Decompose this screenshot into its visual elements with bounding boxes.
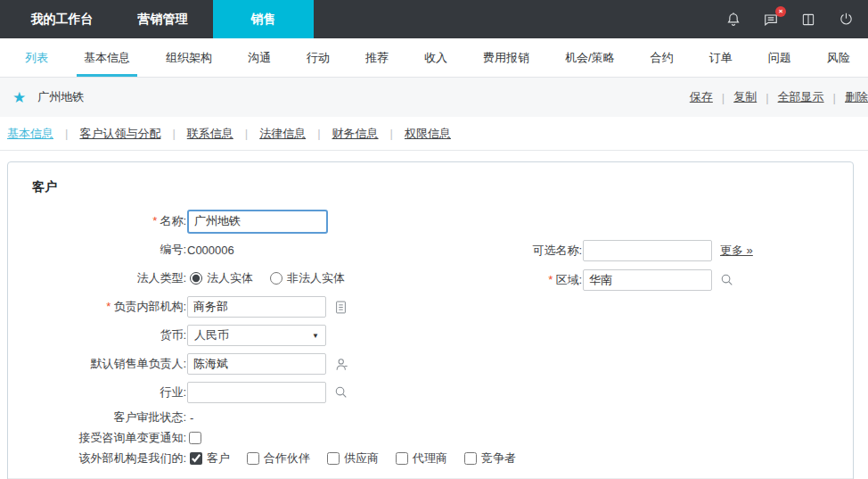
chevron-down-icon: ▼ (312, 332, 319, 340)
search-icon[interactable] (720, 273, 734, 287)
role-competitor-checkbox[interactable] (464, 452, 477, 465)
field-row-region: *区域: (500, 265, 753, 294)
show-all-button[interactable]: 全部显示 (778, 89, 824, 105)
role-customer-checkbox[interactable] (190, 452, 202, 465)
tab-org-structure[interactable]: 组织架构 (148, 38, 230, 77)
field-row-responsible-org: *负责内部机构: (8, 293, 853, 321)
more-link[interactable]: 更多 » (720, 243, 753, 259)
seclink-legal-info[interactable]: 法律信息 (259, 126, 306, 142)
required-marker: * (548, 273, 553, 286)
role-partner-option[interactable]: 合作伙伴 (246, 450, 310, 467)
legal-type-label: 法人类型: (8, 270, 186, 286)
customer-form: *名称: 编号: C000006 法人类型: 法人实体 非法人实体 *负责内部机… (8, 207, 853, 479)
topbar-tab-sales[interactable]: 销售 (213, 0, 314, 38)
non-legal-entity-radio[interactable] (270, 272, 283, 285)
role-customer-option[interactable]: 客户 (189, 450, 230, 467)
seclink-finance-info[interactable]: 财务信息 (332, 126, 379, 142)
change-notice-checkbox[interactable] (189, 432, 201, 444)
tab-opportunity[interactable]: 机会/策略 (547, 38, 633, 77)
currency-label: 货币: (8, 327, 186, 343)
tab-risk[interactable]: 风险 (809, 38, 868, 77)
tab-basic-info[interactable]: 基本信息 (66, 38, 148, 77)
power-icon[interactable] (836, 10, 856, 29)
bell-icon[interactable] (724, 10, 743, 29)
industry-input[interactable] (187, 382, 326, 403)
alt-name-label: 可选名称: (500, 243, 582, 259)
non-legal-entity-option[interactable]: 非法人实体 (269, 270, 345, 286)
sales-owner-label: 默认销售单负责人: (8, 356, 186, 372)
seclink-claim-assign[interactable]: 客户认领与分配 (79, 126, 160, 142)
sales-owner-input[interactable] (187, 353, 326, 375)
role-supplier-option[interactable]: 供应商 (326, 450, 379, 467)
record-actions: 保存 | 复制 | 全部显示 | 删除 (690, 89, 868, 105)
responsible-org-label: 负责内部机构: (113, 300, 186, 313)
field-row-name: *名称: (8, 207, 853, 235)
role-agent-checkbox[interactable] (396, 452, 408, 465)
seclink-contact-info[interactable]: 联系信息 (187, 126, 233, 142)
legal-entity-option[interactable]: 法人实体 (189, 270, 253, 286)
field-row-sales-owner: 默认销售单负责人: (8, 350, 853, 378)
role-agent-option[interactable]: 代理商 (395, 450, 447, 467)
code-label: 编号: (8, 242, 186, 258)
field-row-change-notice: 接受咨询单变更通知: (8, 428, 853, 447)
delete-button[interactable]: 删除 (845, 89, 868, 105)
copy-button[interactable]: 复制 (733, 89, 757, 105)
tab-contract[interactable]: 合约 (633, 38, 692, 77)
tab-expense[interactable]: 费用报销 (465, 38, 547, 77)
section-nav: 基本信息 | 客户认领与分配 | 联系信息 | 法律信息 | 财务信息 | 权限… (0, 117, 868, 151)
columns-icon[interactable] (798, 10, 818, 29)
role-supplier-checkbox[interactable] (327, 452, 340, 465)
legal-entity-radio[interactable] (190, 272, 202, 285)
field-row-org-roles: 该外部机构是我们的: 客户 合作伙伴 供应商 代理商 (8, 447, 853, 470)
field-row-alt-name: 可选名称: 更多 » (500, 235, 753, 265)
customer-form-panel: 客户 *名称: 编号: C000006 法人类型: 法人实体 非法人实体 (7, 161, 854, 479)
record-header: ★ 广州地铁 保存 | 复制 | 全部显示 | 删除 (0, 78, 868, 117)
tab-list[interactable]: 列表 (7, 38, 66, 77)
message-icon[interactable]: × (761, 10, 781, 29)
responsible-org-input[interactable] (187, 296, 326, 318)
seclink-basic-info[interactable]: 基本信息 (7, 126, 53, 142)
star-icon[interactable]: ★ (12, 88, 26, 107)
required-marker: * (152, 214, 157, 227)
name-label: 名称: (160, 214, 186, 227)
industry-label: 行业: (8, 384, 186, 401)
role-competitor-option[interactable]: 竞争者 (463, 450, 516, 467)
field-row-currency: 货币: 人民币 ▼ (8, 321, 853, 350)
org-roles-label: 该外部机构是我们的: (8, 450, 186, 467)
form-section-title: 客户 (8, 162, 853, 195)
name-input[interactable] (187, 210, 328, 234)
save-button[interactable]: 保存 (690, 89, 713, 105)
role-partner-checkbox[interactable] (247, 452, 259, 465)
form-right-column: 可选名称: 更多 » *区域: (500, 235, 753, 294)
currency-value: 人民币 (194, 327, 229, 343)
topbar-icons: × (724, 0, 868, 38)
tab-recommend[interactable]: 推荐 (348, 38, 406, 77)
topbar-tab-marketing[interactable]: 营销管理 (112, 0, 213, 38)
tab-issue[interactable]: 问题 (750, 38, 809, 77)
topbar-tab-workspace[interactable]: 我的工作台 (12, 0, 112, 38)
tab-order[interactable]: 订单 (692, 38, 750, 77)
approval-status-label: 客户审批状态: (8, 409, 186, 425)
module-nav: 列表 基本信息 组织架构 沟通 行动 推荐 收入 费用报销 机会/策略 合约 订… (0, 38, 868, 78)
alt-name-input[interactable] (583, 240, 712, 261)
seclink-permission-info[interactable]: 权限信息 (405, 126, 451, 142)
person-icon[interactable] (334, 357, 349, 372)
org-list-icon[interactable] (334, 300, 348, 315)
required-marker: * (106, 300, 111, 313)
record-title: 广州地铁 (37, 89, 84, 105)
message-badge: × (775, 6, 786, 17)
tab-income[interactable]: 收入 (406, 38, 465, 77)
region-label: 区域: (555, 273, 582, 286)
code-value: C000006 (187, 244, 234, 257)
change-notice-label: 接受咨询单变更通知: (8, 430, 186, 446)
topbar-spacer (314, 0, 724, 38)
search-icon[interactable] (334, 385, 348, 400)
tab-action[interactable]: 行动 (289, 38, 348, 77)
field-row-approval-status: 客户审批状态: - (8, 407, 853, 428)
tab-communication[interactable]: 沟通 (230, 38, 289, 77)
region-input[interactable] (583, 269, 712, 291)
field-row-industry: 行业: (8, 378, 853, 407)
currency-select[interactable]: 人民币 ▼ (187, 325, 326, 346)
top-bar: 我的工作台 营销管理 销售 × (0, 0, 868, 38)
approval-status-value: - (190, 411, 193, 425)
